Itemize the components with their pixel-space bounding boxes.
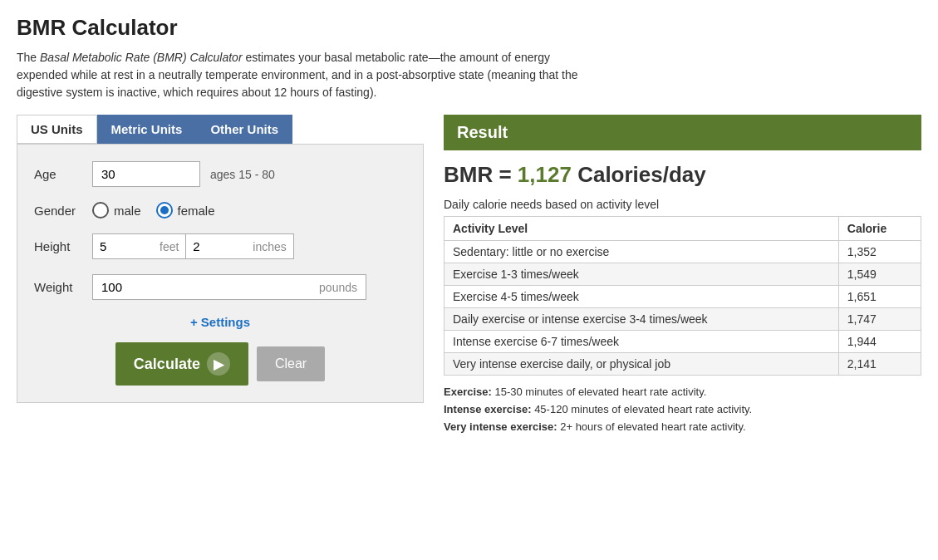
weight-unit-label: pounds <box>319 276 366 299</box>
col-activity-level: Activity Level <box>444 217 839 241</box>
table-row: Very intense exercise daily, or physical… <box>444 353 921 376</box>
calories-cell: 1,747 <box>838 308 921 331</box>
bmr-suffix: Calories/day <box>572 162 706 187</box>
left-panel: US Units Metric Units Other Units Age ag… <box>17 115 424 403</box>
calories-cell: 1,549 <box>838 263 921 286</box>
age-row: Age ages 15 - 80 <box>34 161 406 187</box>
calculate-arrow-icon: ▶ <box>207 352 230 376</box>
page-description: The Basal Metabolic Rate (BMR) Calculato… <box>17 49 598 101</box>
note-item: Very intense exercise: 2+ hours of eleva… <box>444 419 921 436</box>
activity-label: Daily calorie needs based on activity le… <box>444 198 921 211</box>
feet-input-wrap: feet <box>92 233 186 259</box>
col-calorie: Calorie <box>838 217 921 241</box>
age-input[interactable] <box>92 161 200 187</box>
clear-button[interactable]: Clear <box>257 346 325 381</box>
calculate-button[interactable]: Calculate ▶ <box>115 342 248 386</box>
tab-bar: US Units Metric Units Other Units <box>17 115 424 144</box>
feet-unit-label: feet <box>160 235 185 258</box>
calories-cell: 1,651 <box>838 286 921 308</box>
activity-cell: Exercise 4-5 times/week <box>444 286 839 308</box>
calories-cell: 1,944 <box>838 331 921 353</box>
form-panel: Age ages 15 - 80 Gender male female <box>17 144 424 403</box>
right-panel: Result BMR = 1,127 Calories/day Daily ca… <box>444 115 921 435</box>
table-row: Daily exercise or intense exercise 3-4 t… <box>444 308 921 331</box>
table-row: Exercise 1-3 times/week1,549 <box>444 263 921 286</box>
height-inputs: feet inches <box>92 233 294 259</box>
activity-cell: Exercise 1-3 times/week <box>444 263 839 286</box>
note-item: Intense exercise: 45-120 minutes of elev… <box>444 401 921 419</box>
height-feet-input[interactable] <box>93 234 160 258</box>
tab-other-units[interactable]: Other Units <box>196 115 292 144</box>
age-label: Age <box>34 167 92 181</box>
main-layout: US Units Metric Units Other Units Age ag… <box>17 115 921 435</box>
inches-input-wrap: inches <box>186 233 293 259</box>
gender-female-option[interactable]: female <box>156 202 215 219</box>
radio-male[interactable] <box>92 202 109 219</box>
tab-metric-units[interactable]: Metric Units <box>97 115 197 144</box>
activity-table-body: Sedentary: little or no exercise1,352Exe… <box>444 241 921 376</box>
bmr-result: BMR = 1,127 Calories/day <box>444 162 921 188</box>
bmr-value: 1,127 <box>518 162 572 187</box>
gender-male-option[interactable]: male <box>92 202 141 219</box>
table-row: Sedentary: little or no exercise1,352 <box>444 241 921 263</box>
height-label: Height <box>34 239 92 253</box>
gender-row: Gender male female <box>34 202 406 219</box>
table-row: Intense exercise 6-7 times/week1,944 <box>444 331 921 353</box>
table-row: Exercise 4-5 times/week1,651 <box>444 286 921 308</box>
activity-cell: Intense exercise 6-7 times/week <box>444 331 839 353</box>
age-hint: ages 15 - 80 <box>210 168 275 181</box>
weight-row: Weight pounds <box>34 274 406 300</box>
notes: Exercise: 15-30 minutes of elevated hear… <box>444 384 921 435</box>
height-inches-input[interactable] <box>186 234 253 258</box>
calculate-label: Calculate <box>134 356 200 373</box>
table-header-row: Activity Level Calorie <box>444 217 921 241</box>
calories-cell: 2,141 <box>838 353 921 376</box>
gender-label: Gender <box>34 204 92 218</box>
activity-table: Activity Level Calorie Sedentary: little… <box>444 216 921 376</box>
weight-label: Weight <box>34 280 92 294</box>
note-item: Exercise: 15-30 minutes of elevated hear… <box>444 384 921 401</box>
activity-cell: Daily exercise or intense exercise 3-4 t… <box>444 308 839 331</box>
bmr-prefix: BMR = <box>444 162 518 187</box>
gender-options: male female <box>92 202 215 219</box>
radio-female[interactable] <box>156 202 173 219</box>
button-row: Calculate ▶ Clear <box>34 342 406 386</box>
gender-male-label: male <box>114 204 141 218</box>
settings-link[interactable]: + Settings <box>34 315 406 329</box>
weight-input-wrap: pounds <box>92 274 366 300</box>
height-row: Height feet inches <box>34 233 406 259</box>
weight-input[interactable] <box>93 275 319 299</box>
page-title: BMR Calculator <box>17 15 921 41</box>
activity-cell: Very intense exercise daily, or physical… <box>444 353 839 376</box>
tab-us-units[interactable]: US Units <box>17 115 97 144</box>
result-header: Result <box>444 115 921 150</box>
calories-cell: 1,352 <box>838 241 921 263</box>
gender-female-label: female <box>178 204 215 218</box>
inches-unit-label: inches <box>253 235 292 258</box>
activity-cell: Sedentary: little or no exercise <box>444 241 839 263</box>
